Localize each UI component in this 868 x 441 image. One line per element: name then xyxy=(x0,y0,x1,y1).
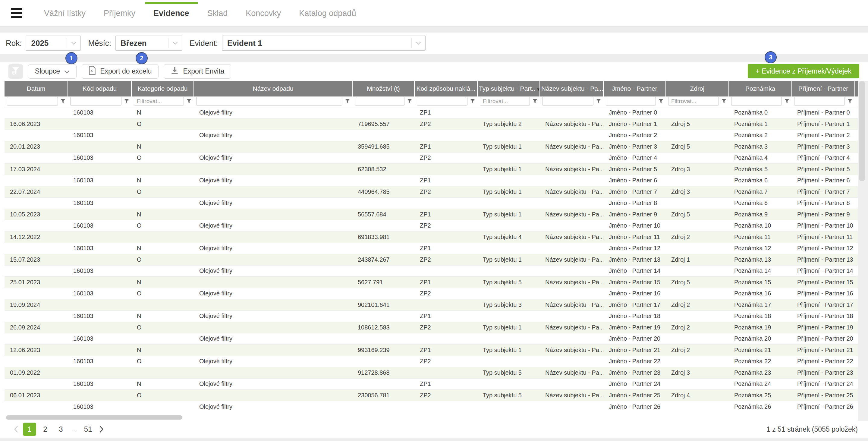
column-header-typ-subjektu[interactable]: Typ subjektu - Part..▼ xyxy=(477,81,540,96)
vertical-scrollbar-thumb[interactable] xyxy=(859,81,865,181)
cell-nazev-odpadu: Olejové filtry xyxy=(194,378,352,390)
funnel-icon[interactable] xyxy=(721,99,726,104)
column-header-poznamka[interactable]: Poznámka xyxy=(729,81,792,96)
funnel-icon[interactable] xyxy=(847,99,852,104)
cell-prijmeni-partner: Příjmení - Partner 9 xyxy=(792,209,855,220)
table-row[interactable]: 160103NOlejové filtryZP1Jméno - Partner … xyxy=(4,378,858,390)
funnel-icon[interactable] xyxy=(596,99,601,104)
table-row[interactable]: 160103Olejové filtryJméno - Partner 20Po… xyxy=(4,333,858,345)
clear-filter-button[interactable] xyxy=(8,64,23,79)
table-row[interactable]: 160103Olejové filtryJméno - Partner 2Poz… xyxy=(4,130,858,141)
export-envita-button[interactable]: Export Envita xyxy=(164,64,231,79)
filter-input-prijmeni-partner[interactable] xyxy=(794,97,845,105)
funnel-icon[interactable] xyxy=(470,99,475,104)
table-row[interactable]: 10.05.2023N56557.684ZP1Typ subjektu 1Náz… xyxy=(4,209,858,220)
tab-koncovky[interactable]: Koncovky xyxy=(237,0,290,27)
chevron-right-icon[interactable] xyxy=(96,422,107,436)
tab-vazni-listky[interactable]: Vážní lístky xyxy=(35,0,95,27)
chevron-down-icon[interactable] xyxy=(411,38,425,48)
tab-evidence[interactable]: Evidence xyxy=(144,0,198,27)
funnel-icon[interactable] xyxy=(124,99,129,104)
funnel-icon[interactable] xyxy=(61,99,65,104)
column-header-kod-odpadu[interactable]: Kód odpadu xyxy=(68,81,131,96)
filter-input-jmeno-partner[interactable] xyxy=(606,97,656,105)
table-row[interactable]: 160103NOlejové filtryZP1Jméno - Partner … xyxy=(4,175,858,186)
cell-kod-odpadu: 160103 xyxy=(68,197,131,209)
table-row[interactable]: 160103OOlejové filtryZP2Jméno - Partner … xyxy=(4,288,858,299)
funnel-icon[interactable] xyxy=(345,99,350,104)
mesic-dropdown[interactable]: Březen xyxy=(116,36,182,51)
column-header-nazev-odpadu[interactable]: Název odpadu xyxy=(194,81,352,96)
cell-datum: 14.12.2022 xyxy=(4,231,68,243)
page-button-51[interactable]: 51 xyxy=(82,422,95,436)
table-row[interactable]: 160103NOlejové filtryZP1Jméno - Partner … xyxy=(4,311,858,322)
menu-icon[interactable] xyxy=(11,8,22,18)
cell-prijmeni-partner: Příjmení - Partner 21 xyxy=(792,345,855,356)
table-row[interactable]: 160103Olejové filtryJméno - Partner 8Poz… xyxy=(4,197,858,209)
table-row[interactable]: 22.07.2024O440964.785ZP2Typ subjektu 1Ná… xyxy=(4,186,858,198)
table-row[interactable]: 15.07.2023O243874.267ZP2Typ subjektu 1Ná… xyxy=(4,254,858,265)
table-row[interactable]: 160103OOlejové filtryZP2Jméno - Partner … xyxy=(4,220,858,231)
horizontal-scrollbar[interactable] xyxy=(6,415,182,419)
column-header-kategorie-odpadu[interactable]: Kategorie odpadu xyxy=(131,81,194,96)
chevron-down-icon[interactable] xyxy=(168,38,182,48)
table-row[interactable]: 26.09.2024O108612.583ZP2Typ subjektu 1Ná… xyxy=(4,322,858,334)
column-header-zdroj[interactable]: Zdroj xyxy=(666,81,729,96)
table-row[interactable]: 160103Olejové filtryJméno - Partner 26Po… xyxy=(4,401,858,412)
column-header-mnozstvi[interactable]: Množství (t) xyxy=(352,81,414,96)
export-excel-button[interactable]: x Export do excelu xyxy=(82,64,158,79)
filter-input-nazev-odpadu[interactable] xyxy=(196,97,342,105)
page-button-3[interactable]: 3 xyxy=(54,422,67,436)
tab-sklad[interactable]: Sklad xyxy=(198,0,237,27)
column-header-datum[interactable]: Datum xyxy=(4,81,68,96)
table-row[interactable]: 12.06.2023N993169.239ZP1Typ subjektu 1Ná… xyxy=(4,345,858,356)
page-button-2[interactable]: 2 xyxy=(38,422,52,436)
add-evidence-button[interactable]: + Evidence z Příjemek/Výdejek xyxy=(748,64,859,78)
funnel-icon[interactable] xyxy=(532,99,537,104)
sloupce-button[interactable]: Sloupce xyxy=(28,64,76,79)
table-row[interactable]: 19.09.2024902101.641Typ subjektu 3Název … xyxy=(4,299,858,311)
cell-kod-odpadu: 160103 xyxy=(68,175,131,186)
tab-prijemky[interactable]: Příjemky xyxy=(95,0,144,27)
column-header-nazev-subjektu[interactable]: Název subjektu - Pa... xyxy=(540,81,603,96)
filter-input-zdroj[interactable] xyxy=(668,97,719,105)
vertical-scrollbar-track[interactable] xyxy=(858,81,868,421)
table-row[interactable]: 160103OOlejové filtryZP2Jméno - Partner … xyxy=(4,356,858,367)
cell-nazev-subjektu: Název subjektu - Pa... xyxy=(540,164,603,175)
table-row[interactable]: 06.01.2023O230056.781ZP2Typ subjektu 5Ná… xyxy=(4,390,858,401)
tab-katalog-odpadu[interactable]: Katalog odpadů xyxy=(290,0,365,27)
table-row[interactable]: 160103NOlejové filtryZP1Jméno - Partner … xyxy=(4,243,858,254)
filter-input-kod-odpadu[interactable] xyxy=(70,97,121,105)
chevron-down-icon[interactable] xyxy=(67,38,81,48)
chevron-left-icon[interactable] xyxy=(11,422,21,436)
table-row[interactable]: 20.01.2023N359491.685ZP1Typ subjektu 1Ná… xyxy=(4,141,858,153)
filter-input-poznamka[interactable] xyxy=(731,97,782,105)
funnel-icon[interactable] xyxy=(784,99,789,104)
cell-prijmeni-partner: Příjmení - Partner 6 xyxy=(792,175,855,186)
funnel-icon[interactable] xyxy=(658,99,663,104)
filter-input-kategorie-odpadu[interactable] xyxy=(134,97,184,105)
filter-input-kod-zpusobu[interactable] xyxy=(417,97,467,105)
funnel-icon[interactable] xyxy=(407,99,412,104)
table-row[interactable]: 14.12.2022691833.981Typ subjektu 4Název … xyxy=(4,231,858,243)
table-row[interactable]: 17.03.202462308.532Typ subjektu 1Název s… xyxy=(4,164,858,175)
table-row[interactable]: 160103NOlejové filtryZP1Jméno - Partner … xyxy=(4,107,858,119)
table-row[interactable]: 16.06.2023O719695.557ZP2Typ subjektu 2Ná… xyxy=(4,119,858,130)
table-row[interactable]: 25.01.2023N5627.791ZP1Typ subjektu 5Náze… xyxy=(4,277,858,288)
column-header-jmeno-partner[interactable]: Jméno - Partner xyxy=(603,81,666,96)
filter-input-nazev-subjektu[interactable] xyxy=(542,97,593,105)
filter-input-typ-subjektu[interactable] xyxy=(480,97,530,105)
filter-input-mnozstvi[interactable] xyxy=(355,97,404,105)
table-row[interactable]: 01.09.2022912728.868Typ subjektu 5Název … xyxy=(4,367,858,379)
column-header-prijmeni-partner[interactable]: Příjmení - Partner xyxy=(792,81,855,96)
cell-poznamka: Poznámka 16 xyxy=(729,288,792,299)
evident-dropdown[interactable]: Evident 1 xyxy=(222,36,426,51)
page-button-1[interactable]: 1 xyxy=(23,422,36,436)
column-header-spacer[interactable] xyxy=(855,81,858,96)
table-row[interactable]: 160103OOlejové filtryZP2Jméno - Partner … xyxy=(4,152,858,164)
filter-input-datum[interactable] xyxy=(7,97,58,105)
funnel-icon[interactable] xyxy=(187,99,191,104)
column-header-kod-zpusobu[interactable]: Kod způsobu naklá... xyxy=(414,81,477,96)
rok-dropdown[interactable]: 2025 xyxy=(26,36,81,51)
table-row[interactable]: 160103Olejové filtryJméno - Partner 14Po… xyxy=(4,265,858,277)
